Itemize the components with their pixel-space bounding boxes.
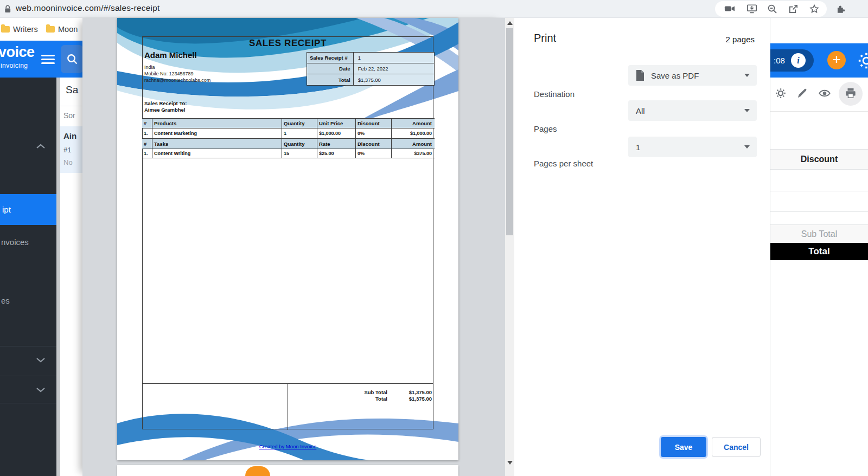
divider: [0, 376, 56, 376]
chevron-up-icon[interactable]: [36, 144, 46, 149]
settings-gear-icon[interactable]: [857, 52, 868, 70]
zoom-out-icon[interactable]: [767, 4, 778, 14]
cancel-button[interactable]: Cancel: [712, 437, 761, 457]
cell: Content Marketing: [152, 128, 282, 138]
header-cell: Discount: [356, 139, 392, 149]
preview-scrollbar[interactable]: [505, 18, 514, 476]
scroll-up-arrow[interactable]: [507, 21, 513, 25]
bookmark-folder-icon[interactable]: [46, 26, 55, 33]
view-eye-icon[interactable]: [818, 87, 831, 100]
list-item[interactable]: Ain #1 No: [60, 126, 82, 173]
sidebar-item-es[interactable]: es: [1, 296, 10, 305]
edit-pencil-icon[interactable]: [796, 87, 809, 100]
pages-per-sheet-select[interactable]: 1: [628, 137, 757, 157]
app-sidebar: ipt nvoices es: [0, 78, 56, 476]
chevron-down-icon: [744, 109, 750, 112]
pages-select[interactable]: All: [628, 100, 757, 121]
cell: $1,000.00: [392, 128, 435, 138]
info-value: $1,375.00: [354, 74, 434, 85]
header-cell: Discount: [356, 119, 392, 128]
receipt-frame: [142, 36, 433, 429]
settings-gear-icon[interactable]: [775, 87, 788, 100]
cell: $1,000.00: [317, 128, 356, 138]
destination-label: Destination: [534, 89, 575, 99]
save-button[interactable]: Save: [661, 437, 706, 457]
cell: 1: [282, 128, 317, 138]
created-by-link: Created by Moon Invoice: [117, 443, 458, 449]
share-icon[interactable]: [788, 4, 799, 14]
lock-icon[interactable]: [4, 4, 11, 14]
header-cell: Rate: [317, 139, 356, 149]
pages-per-sheet-value: 1: [636, 143, 640, 152]
table-row-line: [770, 211, 868, 212]
receipt-toolbar: [770, 82, 868, 106]
divider: [770, 111, 868, 112]
scrollbar-thumb[interactable]: [506, 28, 513, 235]
panel-edge-strip: [56, 78, 60, 476]
cell: $375.00: [392, 149, 435, 158]
company-name: Adam Michell: [144, 50, 197, 60]
app-header: voice invoicing: [0, 41, 83, 78]
add-button[interactable]: +: [827, 51, 846, 69]
extensions-puzzle-icon[interactable]: [835, 4, 846, 14]
header-cell: Amount: [392, 119, 435, 128]
sidebar-item-sales-receipt[interactable]: ipt: [0, 194, 56, 225]
print-dialog: Print 2 pages Destination Save as PDF Pa…: [514, 18, 770, 476]
divider: [0, 403, 56, 403]
info-icon[interactable]: i: [791, 53, 806, 68]
table-row-line: [770, 191, 868, 191]
receipt-title: SALES RECEIPT: [117, 38, 458, 49]
pages-value: All: [636, 106, 645, 115]
app-content-right: :08 i + Discount: [770, 18, 868, 476]
table-row: Total $1,375.00: [307, 74, 434, 85]
bill-to-label: Sales Receipt To:: [144, 100, 187, 106]
company-email: rachna@moontechnolabs.com: [144, 78, 210, 83]
bill-to-name: Aimee Grambhel: [144, 107, 186, 113]
total-row: Total: [770, 243, 868, 260]
destination-select[interactable]: Save as PDF: [628, 65, 757, 86]
header-cell: #: [142, 119, 152, 128]
cell: 15: [282, 149, 317, 158]
cell: 1.: [142, 128, 152, 138]
cell: 0%: [356, 149, 392, 158]
cell: 0%: [356, 128, 392, 138]
orange-decoration: [245, 466, 270, 476]
pages-per-sheet-label: Pages per sheet: [534, 159, 593, 168]
sidebar-item-invoices[interactable]: nvoices: [1, 237, 29, 247]
browser-address-bar[interactable]: web.mooninvoice.com/#/sales-receipt: [0, 0, 868, 18]
install-download-icon[interactable]: [746, 4, 757, 14]
cell: $25.00: [317, 149, 356, 158]
bookmark-folder-icon[interactable]: [1, 26, 10, 33]
cell: 1.: [142, 149, 152, 158]
header-cell: Tasks: [152, 139, 282, 149]
video-camera-icon[interactable]: [724, 4, 735, 14]
header-cell: Unit Price: [317, 119, 356, 128]
header-cell: #: [142, 139, 152, 149]
list-item-note: No: [63, 158, 73, 166]
discount-column-header: Discount: [770, 149, 868, 170]
bookmark-moon[interactable]: Moon: [58, 25, 78, 34]
print-icon[interactable]: [845, 87, 858, 100]
app-logo: voice: [0, 44, 35, 61]
header-cell: Amount: [392, 139, 435, 149]
timer-pill[interactable]: :08 i: [770, 49, 814, 72]
info-label: Date: [307, 63, 354, 74]
total-value: $1,375.00: [387, 396, 432, 402]
receipt-items-table: # Products Quantity Unit Price Discount …: [142, 118, 435, 158]
bookmark-star-icon[interactable]: [809, 4, 820, 14]
search-button[interactable]: [61, 45, 83, 73]
url-text[interactable]: web.mooninvoice.com/#/sales-receipt: [16, 3, 159, 13]
list-title: Sa: [66, 84, 78, 96]
list-item-name: Ain: [63, 131, 76, 140]
list-sort-label[interactable]: Sor: [63, 111, 75, 120]
pdf-document-icon: [636, 70, 644, 81]
chevron-down-icon[interactable]: [36, 387, 46, 393]
header-cell: Products: [152, 119, 282, 128]
receipt-totals-box: Sub Total $1,375.00 Total $1,375.00: [142, 383, 433, 429]
bookmark-writers[interactable]: Writers: [13, 25, 38, 34]
menu-hamburger-icon[interactable]: [41, 55, 55, 64]
timer-value: :08: [774, 56, 785, 65]
scroll-down-arrow[interactable]: [507, 461, 513, 465]
chevron-down-icon[interactable]: [36, 357, 46, 363]
table-row: Sales Receipt # 1: [307, 53, 434, 63]
